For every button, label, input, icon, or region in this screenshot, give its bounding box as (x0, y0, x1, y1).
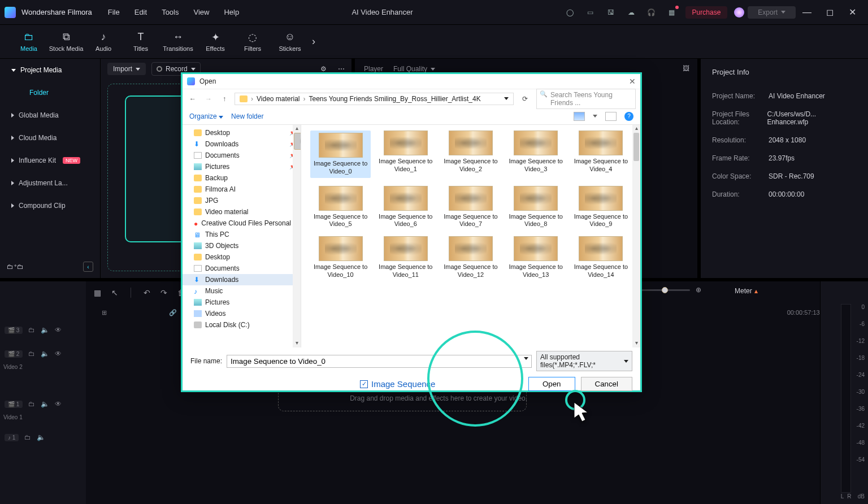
tree-item[interactable]: Filmora AI (183, 184, 301, 195)
menu-file[interactable]: File (108, 8, 120, 16)
image-sequence-checkbox[interactable]: ✓Image Sequence (360, 379, 435, 389)
menu-help[interactable]: Help (224, 8, 239, 16)
tab-stickers[interactable]: ☺Stickers (271, 32, 309, 52)
menu-view[interactable]: View (193, 8, 209, 16)
tree-item[interactable]: ⬇Downloads📌 (183, 138, 301, 150)
headset-icon[interactable]: 🎧 (646, 7, 657, 18)
save-icon[interactable]: 🖫 (605, 7, 617, 18)
new-bin-icon[interactable]: 🗀⁺ (7, 263, 17, 271)
tl-select-icon[interactable]: ↖ (111, 288, 118, 297)
files-scrollbar[interactable]: ▴▾ (632, 125, 640, 347)
quality-select[interactable]: Full Quality (393, 65, 435, 73)
track-head-a1[interactable]: ♪ 1🗀🔈 (0, 428, 86, 446)
file-grid[interactable]: Image Sequence to Video_0Image Sequence … (301, 125, 640, 347)
refresh-icon[interactable]: ⟳ (518, 95, 532, 103)
tree-item[interactable]: ●Creative Cloud Files Personal Accoun (183, 218, 301, 229)
sidebar-item-influence-kit[interactable]: Influence KitNEW (0, 149, 100, 172)
tl-redo-icon[interactable]: ↷ (160, 288, 167, 297)
menu-tools[interactable]: Tools (162, 8, 179, 16)
breadcrumb[interactable]: › Video material › Teens Young Friends S… (235, 93, 514, 105)
tree-item[interactable]: Documents (183, 263, 301, 274)
file-item[interactable]: Image Sequence to Video_13 (506, 236, 566, 279)
snapshot-icon[interactable]: 🖼 (683, 64, 689, 72)
export-button[interactable]: Export (748, 6, 796, 19)
tree-item[interactable]: JPG (183, 195, 301, 206)
nav-forward-icon[interactable]: → (203, 95, 214, 103)
zoom-in-icon[interactable]: ⊕ (696, 286, 701, 294)
tree-item[interactable]: Desktop📌 (183, 127, 301, 138)
nav-back-icon[interactable]: ← (187, 95, 198, 103)
search-input[interactable]: Search Teens Young Friends ... (536, 89, 636, 109)
tree-item[interactable]: Backup (183, 172, 301, 184)
track-head-v2[interactable]: 🎬 2🗀🔈👁 (0, 345, 86, 363)
more-icon[interactable]: ⋯ (338, 65, 345, 73)
nav-up-icon[interactable]: ↑ (219, 95, 230, 103)
new-folder-button[interactable]: New folder (231, 112, 263, 120)
sidebar-item-cloud-media[interactable]: Cloud Media (0, 127, 100, 149)
tree-item[interactable]: Videos (183, 308, 301, 319)
file-item[interactable]: Image Sequence to Video_2 (440, 131, 501, 178)
tab-filters[interactable]: ◌Filters (234, 32, 271, 52)
maximize-button[interactable]: ◻ (818, 0, 841, 25)
tree-item[interactable]: 🖥This PC (183, 229, 301, 240)
file-item[interactable]: Image Sequence to Video_14 (571, 236, 631, 279)
tree-item[interactable]: 3D Objects (183, 240, 301, 251)
tl-meter-label[interactable]: Meter (735, 287, 752, 295)
filter-icon[interactable]: ⚙ (320, 65, 327, 73)
organize-menu[interactable]: Organize (189, 112, 223, 120)
tl-link-icon[interactable]: 🔗 (169, 309, 177, 316)
view-mode-icon[interactable] (574, 112, 585, 121)
file-item[interactable]: Image Sequence to Video_8 (506, 186, 566, 229)
file-item[interactable]: Image Sequence to Video_7 (440, 186, 501, 229)
help-icon[interactable]: ? (624, 112, 633, 121)
new-folder-icon[interactable]: 🗀 (17, 263, 24, 271)
track-head-v3[interactable]: 🎬 3🗀🔈👁 (0, 321, 86, 339)
tree-item[interactable]: ♪Music (183, 285, 301, 297)
tab-media[interactable]: 🗀Media (10, 32, 47, 52)
import-button[interactable]: Import (107, 63, 146, 75)
file-item[interactable]: Image Sequence to Video_10 (310, 236, 371, 279)
file-item[interactable]: Image Sequence to Video_11 (375, 236, 436, 279)
file-item[interactable]: Image Sequence to Video_9 (571, 186, 631, 229)
file-item[interactable]: Image Sequence to Video_3 (506, 131, 566, 178)
close-button[interactable]: ✕ (841, 0, 863, 25)
file-item[interactable]: Image Sequence to Video_4 (571, 131, 631, 178)
layout-icon[interactable]: ▭ (585, 7, 596, 18)
sidebar-item-global-media[interactable]: Global Media (0, 104, 100, 127)
tab-titles[interactable]: TTitles (122, 32, 159, 52)
sidebar-sub-folder[interactable]: Folder (0, 81, 100, 104)
collapse-sidebar-icon[interactable]: ‹ (83, 262, 93, 272)
tl-undo-icon[interactable]: ↶ (144, 288, 150, 297)
tree-item[interactable]: Local Disk (C:) (183, 319, 301, 331)
tree-scrollbar[interactable]: ▴▾ (293, 125, 301, 347)
file-item[interactable]: Image Sequence to Video_5 (310, 186, 371, 229)
preview-pane-icon[interactable] (605, 112, 617, 121)
tree-item[interactable]: Pictures (183, 297, 301, 308)
menu-edit[interactable]: Edit (134, 8, 147, 16)
file-name-input[interactable] (227, 355, 532, 368)
tree-item[interactable]: ⬇Downloads (183, 274, 301, 285)
record-screen-icon[interactable]: ◯ (565, 7, 576, 18)
open-button[interactable]: Open (528, 377, 575, 391)
cloud-icon[interactable]: ☁ (626, 7, 637, 18)
file-item[interactable]: Image Sequence to Video_0 (310, 131, 371, 178)
tree-item[interactable]: Documents📌 (183, 150, 301, 161)
sidebar-item-project-media[interactable]: Project Media (0, 59, 100, 81)
sidebar-item-adjustment-layer[interactable]: Adjustment La... (0, 172, 100, 194)
file-item[interactable]: Image Sequence to Video_6 (375, 186, 436, 229)
folder-tree[interactable]: Desktop📌⬇Downloads📌Documents📌Pictures📌Ba… (183, 125, 301, 347)
tab-audio[interactable]: ♪Audio (85, 32, 122, 52)
file-item[interactable]: Image Sequence to Video_1 (375, 131, 436, 178)
apps-icon[interactable]: ▦ (666, 7, 678, 18)
file-type-select[interactable]: All supported files(*.MP4;*.FLV;* (536, 351, 632, 371)
cancel-button[interactable]: Cancel (581, 377, 633, 391)
purchase-button[interactable]: Purchase (685, 6, 728, 19)
minimize-button[interactable]: — (796, 0, 818, 25)
tl-grid-icon[interactable]: ▦ (94, 288, 101, 297)
tab-stock-media[interactable]: ⧉Stock Media (47, 32, 85, 52)
dialog-close-icon[interactable]: ✕ (629, 77, 636, 86)
tree-item[interactable]: Video material (183, 206, 301, 218)
track-head-v1[interactable]: 🎬 1🗀🔈👁 (0, 395, 86, 413)
tab-effects[interactable]: ✦Effects (197, 32, 234, 52)
tl-add-track-icon[interactable]: ⊞ (102, 309, 107, 316)
